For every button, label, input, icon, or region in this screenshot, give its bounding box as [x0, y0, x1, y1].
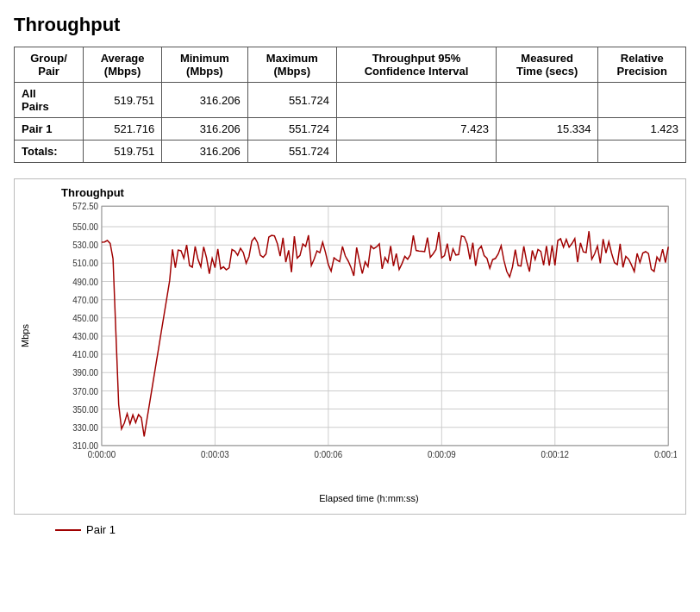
col-header-minimum: Minimum(Mbps) — [162, 47, 247, 83]
legend-line — [55, 529, 81, 531]
x-axis-label: Elapsed time (h:mm:ss) — [61, 493, 677, 503]
y-axis-label: Mbps — [18, 205, 32, 466]
cell-average: 521.716 — [84, 118, 162, 141]
chart-title: Throughput — [61, 186, 124, 199]
table-row: Totals:519.751316.206551.724 — [15, 141, 686, 163]
page-title: Throughput — [14, 14, 686, 36]
svg-text:430.00: 430.00 — [72, 332, 98, 341]
cell-measured_time — [496, 141, 598, 163]
svg-text:490.00: 490.00 — [72, 277, 98, 286]
col-header-relative-precision: RelativePrecision — [598, 47, 686, 83]
col-header-confidence: Throughput 95%Confidence Interval — [337, 47, 497, 83]
cell-group: AllPairs — [15, 83, 84, 118]
cell-minimum: 316.206 — [162, 141, 247, 163]
col-header-maximum: Maximum(Mbps) — [247, 47, 336, 83]
svg-text:530.00: 530.00 — [72, 240, 98, 250]
table-row: Pair 1521.716316.206551.7247.42315.3341.… — [15, 118, 686, 141]
cell-maximum: 551.724 — [247, 83, 336, 118]
cell-minimum: 316.206 — [162, 118, 247, 141]
svg-text:0:00:12: 0:00:12 — [541, 450, 569, 459]
cell-maximum: 551.724 — [247, 141, 336, 163]
cell-average: 519.751 — [84, 141, 162, 163]
cell-confidence — [337, 83, 497, 118]
cell-relative_precision — [598, 141, 686, 163]
cell-relative_precision: 1.423 — [598, 118, 686, 141]
cell-measured_time — [496, 83, 598, 118]
throughput-chart: 310.00330.00350.00370.00390.00410.00430.… — [61, 202, 677, 471]
svg-text:0:00:00: 0:00:00 — [88, 450, 116, 459]
svg-rect-40 — [102, 206, 668, 446]
svg-text:572.50: 572.50 — [72, 202, 98, 211]
throughput-table: Group/Pair Average(Mbps) Minimum(Mbps) M… — [14, 47, 686, 163]
legend-label: Pair 1 — [86, 523, 116, 536]
svg-text:370.00: 370.00 — [72, 386, 98, 396]
svg-text:0:00:06: 0:00:06 — [315, 450, 343, 459]
svg-text:0:00:09: 0:00:09 — [428, 450, 456, 459]
cell-confidence — [337, 141, 497, 163]
svg-text:330.00: 330.00 — [72, 423, 98, 433]
cell-group: Totals: — [15, 141, 84, 163]
col-header-average: Average(Mbps) — [84, 47, 162, 83]
cell-minimum: 316.206 — [162, 83, 247, 118]
cell-relative_precision — [598, 83, 686, 118]
cell-group: Pair 1 — [15, 118, 84, 141]
cell-maximum: 551.724 — [247, 118, 336, 141]
svg-text:350.00: 350.00 — [72, 404, 98, 414]
table-row: AllPairs519.751316.206551.724 — [15, 83, 686, 118]
cell-measured_time: 15.334 — [496, 118, 598, 141]
cell-average: 519.751 — [84, 83, 162, 118]
svg-text:410.00: 410.00 — [72, 350, 98, 359]
cell-confidence: 7.423 — [337, 118, 497, 141]
chart-legend: Pair 1 — [14, 523, 686, 536]
svg-text:390.00: 390.00 — [72, 368, 98, 378]
svg-text:0:00:03: 0:00:03 — [201, 450, 229, 459]
col-header-measured-time: MeasuredTime (secs) — [496, 47, 598, 83]
col-header-group: Group/Pair — [15, 47, 84, 83]
svg-text:450.00: 450.00 — [72, 314, 98, 323]
svg-text:470.00: 470.00 — [72, 296, 98, 305]
svg-text:0:00:16: 0:00:16 — [654, 450, 677, 459]
svg-text:550.00: 550.00 — [72, 222, 98, 232]
svg-text:510.00: 510.00 — [72, 259, 98, 268]
